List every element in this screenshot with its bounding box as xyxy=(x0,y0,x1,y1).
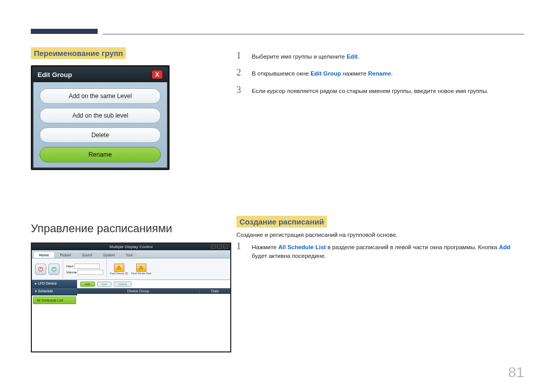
dialog-header: Edit Group X xyxy=(32,67,168,82)
edit-group-dialog: Edit Group X Add on the same Level Add o… xyxy=(31,65,170,170)
mdc-main: Add Edit Delete Device Group Date xyxy=(77,280,230,352)
sidebar-item-schedule[interactable]: ▾ Schedule xyxy=(32,288,77,295)
t: нажмите xyxy=(341,70,368,77)
t: . xyxy=(358,53,359,60)
right-column-bottom: Создание расписаний Создание и регистрац… xyxy=(236,216,524,267)
schedule-step-1: 1 Нажмите All Schedule List в разделе ра… xyxy=(236,241,524,261)
schedule-heading: Управление расписаниями xyxy=(31,222,226,235)
all-schedule-list-link: All Schedule List xyxy=(278,244,326,250)
tab-home[interactable]: Home xyxy=(34,252,54,258)
header-divider xyxy=(103,34,524,34)
delete-button[interactable]: Delete xyxy=(114,282,132,287)
t: в разделе расписаний в левой части окна … xyxy=(326,244,499,250)
mdc-sidebar: ▸ LFD Device ▾ Schedule All Schedule Lis… xyxy=(32,280,77,352)
left-column-top: Переименование групп Edit Group X Add on… xyxy=(31,47,226,170)
rename-link: Rename xyxy=(368,70,391,77)
power-off-icon[interactable] xyxy=(48,264,60,275)
step-1: 1 Выберите имя группы и щелкните Edit. xyxy=(236,50,524,61)
input-select[interactable] xyxy=(74,264,100,269)
step-number: 3 xyxy=(236,85,245,96)
sidebar-item-all-schedule[interactable]: All Schedule List xyxy=(33,296,76,304)
t: Нажмите xyxy=(252,244,278,250)
fault-device-label: Fault Device (0) xyxy=(110,272,128,275)
rename-heading: Переименование групп xyxy=(31,47,126,59)
accent-bar xyxy=(31,29,98,34)
add-button[interactable]: Add xyxy=(80,282,95,287)
col-date: Date xyxy=(199,289,230,293)
mdc-ribbon: Input Volume ⚠Fault Device (0) ⚠Fault De… xyxy=(32,258,230,280)
warning-icon: ⚠ xyxy=(136,264,146,272)
warning-icon: ⚠ xyxy=(114,264,124,272)
step-text: Если курсор появляется рядом со старым и… xyxy=(252,85,488,96)
page-content: Переименование групп Edit Group X Add on… xyxy=(31,47,524,366)
step-number: 1 xyxy=(236,50,245,61)
edit-group-link: Edit Group xyxy=(310,70,341,77)
input-label: Input xyxy=(66,265,73,268)
app-title: Multiple Display Control xyxy=(109,245,153,249)
volume-select[interactable] xyxy=(78,270,103,275)
rename-steps: 1 Выберите имя группы и щелкните Edit. 2… xyxy=(236,50,524,96)
power-on-icon[interactable] xyxy=(35,264,46,275)
sidebar-item-lfd[interactable]: ▸ LFD Device xyxy=(32,280,77,288)
t: . xyxy=(391,70,393,77)
volume-label: Volume xyxy=(66,271,77,274)
left-column-bottom: Управление расписаниями Multiple Display… xyxy=(31,212,226,352)
step-text: В открывшемся окне Edit Group нажмите Re… xyxy=(252,67,393,78)
dialog-title: Edit Group xyxy=(38,71,72,79)
add-sub-level-button[interactable]: Add on the sub level xyxy=(40,108,161,123)
tab-picture[interactable]: Picture xyxy=(54,252,76,258)
step-number: 1 xyxy=(236,241,245,252)
mdc-body: ▸ LFD Device ▾ Schedule All Schedule Lis… xyxy=(32,280,230,352)
rename-button[interactable]: Rename xyxy=(40,147,161,162)
close-icon[interactable] xyxy=(223,245,228,249)
right-column-top: 1 Выберите имя группы и щелкните Edit. 2… xyxy=(236,47,524,102)
action-bar: Add Edit Delete xyxy=(77,280,230,288)
add-same-level-button[interactable]: Add on the same Level xyxy=(40,88,161,104)
window-buttons xyxy=(211,245,228,249)
fault-device[interactable]: ⚠Fault Device (0) xyxy=(110,264,128,275)
dialog-body: Add on the same Level Add on the sub lev… xyxy=(32,82,168,169)
tab-tool[interactable]: Tool xyxy=(121,252,138,258)
tab-system[interactable]: System xyxy=(98,252,120,258)
step-text: Нажмите All Schedule List в разделе расп… xyxy=(252,241,524,261)
step-number: 2 xyxy=(236,67,245,78)
maximize-icon[interactable] xyxy=(217,245,222,249)
power-group xyxy=(35,259,63,278)
delete-button[interactable]: Delete xyxy=(40,127,161,143)
alerts-group: ⚠Fault Device (0) ⚠Fault Device Alert xyxy=(110,264,151,275)
step-text: Выберите имя группы и щелкните Edit. xyxy=(252,50,359,61)
t: будет активна посередине. xyxy=(252,253,326,259)
add-link: Add xyxy=(499,244,510,250)
close-icon[interactable]: X xyxy=(152,70,163,79)
table-header: Device Group Date xyxy=(77,288,230,294)
edit-link: Edit xyxy=(346,53,358,60)
edit-button[interactable]: Edit xyxy=(97,282,112,287)
step-3: 3 Если курсор появляется рядом со старым… xyxy=(236,85,524,96)
minimize-icon[interactable] xyxy=(211,245,216,249)
create-schedule-intro: Создание и регистрация расписаний на гру… xyxy=(236,232,524,238)
mdc-screenshot: Multiple Display Control Home Picture So… xyxy=(31,242,231,352)
fault-alert[interactable]: ⚠Fault Device Alert xyxy=(131,264,151,275)
mdc-tabs: Home Picture Sound System Tool xyxy=(32,250,230,258)
create-schedule-heading: Создание расписаний xyxy=(236,216,327,228)
tab-sound[interactable]: Sound xyxy=(77,252,97,258)
t: В открывшемся окне xyxy=(252,70,310,77)
fault-alert-label: Fault Device Alert xyxy=(131,272,151,275)
t: Выберите имя группы и щелкните xyxy=(252,53,346,60)
page-number: 81 xyxy=(508,364,524,381)
col-device-group: Device Group xyxy=(77,289,199,293)
input-volume-group: Input Volume xyxy=(66,259,107,278)
mdc-titlebar: Multiple Display Control xyxy=(32,244,230,250)
step-2: 2 В открывшемся окне Edit Group нажмите … xyxy=(236,67,524,78)
